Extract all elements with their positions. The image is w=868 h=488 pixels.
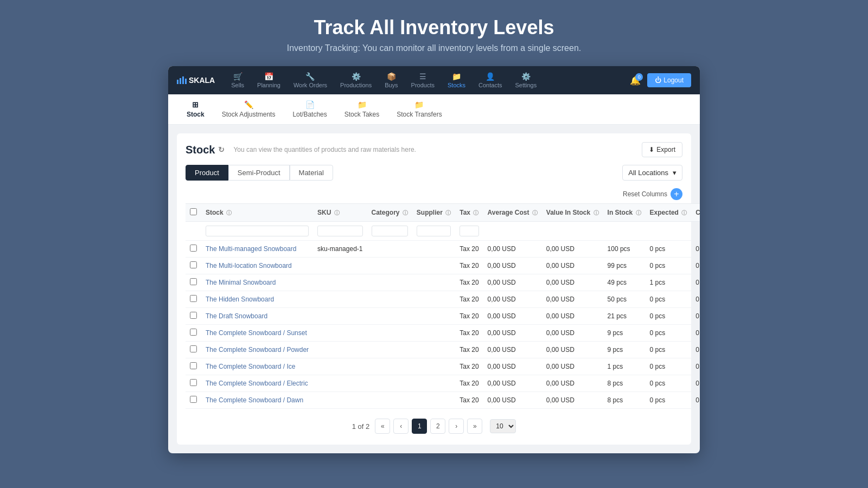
nav-item-productions[interactable]: ⚙️ Productions bbox=[335, 69, 377, 92]
nav-item-work-orders[interactable]: 🔧 Work Orders bbox=[288, 69, 333, 92]
row-committed: 0 pcs bbox=[691, 291, 700, 308]
adjustments-icon: ✏️ bbox=[244, 100, 253, 109]
header-row: Stock ⓘ SKU ⓘ Category ⓘ Supplier ⓘ bbox=[186, 204, 700, 222]
page-2-button[interactable]: 2 bbox=[430, 419, 445, 434]
nav-items: 🛒 Sells 📅 Planning 🔧 Work Orders ⚙️ Prod… bbox=[226, 69, 630, 92]
table-row: The Multi-managed Snowboard sku-managed-… bbox=[186, 241, 700, 258]
product-link[interactable]: The Multi-location Snowboard bbox=[206, 262, 292, 269]
filter-supplier-input[interactable] bbox=[417, 226, 451, 236]
row-sku: sku-managed-1 bbox=[313, 241, 367, 258]
sells-icon: 🛒 bbox=[233, 72, 242, 81]
filter-sku-input[interactable] bbox=[317, 226, 362, 236]
row-tax: Tax 20 bbox=[455, 258, 483, 274]
row-checkbox[interactable] bbox=[190, 295, 197, 302]
nav-item-settings[interactable]: ⚙️ Settings bbox=[509, 69, 542, 92]
avg-cost-info-icon: ⓘ bbox=[532, 210, 538, 216]
stock-info-icon: ⓘ bbox=[226, 210, 232, 216]
row-checkbox[interactable] bbox=[190, 312, 197, 319]
nav-item-products[interactable]: ☰ Products bbox=[406, 69, 440, 92]
row-checkbox[interactable] bbox=[190, 345, 197, 352]
next-page-button[interactable]: › bbox=[449, 419, 464, 434]
row-name: The Multi-managed Snowboard bbox=[201, 241, 313, 258]
tab-material[interactable]: Material bbox=[290, 165, 333, 181]
location-select[interactable]: All Locations ▾ bbox=[622, 165, 682, 181]
tab-product[interactable]: Product bbox=[186, 165, 228, 181]
product-link[interactable]: The Minimal Snowboard bbox=[206, 279, 276, 286]
product-link[interactable]: The Complete Snowboard / Powder bbox=[206, 346, 309, 354]
filter-stock-input[interactable] bbox=[206, 226, 309, 236]
notification-bell[interactable]: 🔔 0 bbox=[630, 75, 641, 86]
tab-row: Product Semi-Product Material All Locati… bbox=[186, 165, 682, 181]
power-icon: ⏻ bbox=[655, 76, 661, 84]
row-checkbox-cell bbox=[186, 258, 201, 274]
expected-info-icon: ⓘ bbox=[681, 210, 687, 216]
reset-columns-button[interactable]: Reset Columns bbox=[623, 190, 667, 198]
select-all-checkbox[interactable] bbox=[190, 208, 197, 215]
sub-nav-stock-transfers[interactable]: 📁 Stock Transfers bbox=[389, 96, 449, 123]
sub-nav-stock[interactable]: ⊞ Stock bbox=[179, 96, 212, 123]
row-in-stock: 8 pcs bbox=[603, 392, 646, 409]
product-link[interactable]: The Complete Snowboard / Dawn bbox=[206, 396, 303, 404]
row-committed: 0 pcs bbox=[691, 308, 700, 325]
planning-icon: 📅 bbox=[264, 72, 273, 81]
add-column-button[interactable]: + bbox=[671, 188, 682, 200]
nav-item-contacts[interactable]: 👤 Contacts bbox=[473, 69, 507, 92]
row-category bbox=[367, 392, 412, 409]
nav-item-stocks[interactable]: 📁 Stocks bbox=[442, 69, 471, 92]
row-avg-cost: 0,00 USD bbox=[483, 342, 542, 358]
location-label: All Locations bbox=[628, 169, 668, 177]
nav-label-contacts: Contacts bbox=[478, 82, 502, 88]
export-button[interactable]: ⬇ Export bbox=[642, 142, 682, 157]
sub-nav-lot-batches[interactable]: 📄 Lot/Batches bbox=[285, 96, 334, 123]
filter-value bbox=[542, 222, 603, 241]
nav-label-buys: Buys bbox=[385, 82, 398, 88]
row-value: 0,00 USD bbox=[542, 325, 603, 342]
sub-nav: ⊞ Stock ✏️ Stock Adjustments 📄 Lot/Batch… bbox=[168, 94, 700, 125]
page-1-button[interactable]: 1 bbox=[412, 419, 427, 434]
row-name: The Draft Snowboard bbox=[201, 308, 313, 325]
row-expected: 0 pcs bbox=[646, 342, 692, 358]
row-supplier bbox=[412, 392, 455, 409]
row-sku bbox=[313, 342, 367, 358]
logout-button[interactable]: ⏻ Logout bbox=[647, 73, 691, 87]
product-link[interactable]: The Complete Snowboard / Ice bbox=[206, 363, 295, 370]
filter-tax-input[interactable] bbox=[459, 226, 478, 236]
row-sku bbox=[313, 308, 367, 325]
product-link[interactable]: The Complete Snowboard / Electric bbox=[206, 380, 308, 387]
product-link[interactable]: The Draft Snowboard bbox=[206, 312, 267, 320]
row-checkbox[interactable] bbox=[190, 329, 197, 336]
nav-item-buys[interactable]: 📦 Buys bbox=[379, 69, 403, 92]
filter-category-input[interactable] bbox=[372, 226, 408, 236]
row-checkbox[interactable] bbox=[190, 245, 197, 252]
row-tax: Tax 20 bbox=[455, 392, 483, 409]
row-value: 0,00 USD bbox=[542, 342, 603, 358]
row-avg-cost: 0,00 USD bbox=[483, 291, 542, 308]
row-tax: Tax 20 bbox=[455, 342, 483, 358]
row-avg-cost: 0,00 USD bbox=[483, 375, 542, 392]
row-value: 0,00 USD bbox=[542, 308, 603, 325]
product-link[interactable]: The Complete Snowboard / Sunset bbox=[206, 329, 307, 337]
product-link[interactable]: The Multi-managed Snowboard bbox=[206, 245, 296, 253]
filter-stock bbox=[201, 222, 313, 241]
sub-nav-stock-takes[interactable]: 📁 Stock Takes bbox=[337, 96, 387, 123]
prev-page-button[interactable]: ‹ bbox=[393, 419, 409, 434]
row-checkbox[interactable] bbox=[190, 261, 197, 268]
nav-item-planning[interactable]: 📅 Planning bbox=[252, 69, 286, 92]
nav-label-work-orders: Work Orders bbox=[293, 82, 327, 88]
row-checkbox[interactable] bbox=[190, 278, 197, 285]
tab-semi-product[interactable]: Semi-Product bbox=[228, 165, 290, 181]
row-supplier bbox=[412, 375, 455, 392]
row-checkbox[interactable] bbox=[190, 379, 197, 386]
refresh-icon[interactable]: ↻ bbox=[218, 145, 225, 154]
first-page-button[interactable]: « bbox=[375, 419, 390, 434]
last-page-button[interactable]: » bbox=[467, 419, 482, 434]
nav-item-sells[interactable]: 🛒 Sells bbox=[226, 69, 250, 92]
nav-bar: SKALA 🛒 Sells 📅 Planning 🔧 Work Orders ⚙… bbox=[168, 66, 700, 94]
sub-nav-adjustments[interactable]: ✏️ Stock Adjustments bbox=[214, 96, 283, 123]
product-link[interactable]: The Hidden Snowboard bbox=[206, 296, 274, 303]
per-page-select[interactable]: 10 25 50 bbox=[490, 419, 516, 433]
row-checkbox[interactable] bbox=[190, 396, 197, 403]
row-checkbox[interactable] bbox=[190, 362, 197, 369]
row-in-stock: 9 pcs bbox=[603, 325, 646, 342]
row-in-stock: 21 pcs bbox=[603, 308, 646, 325]
